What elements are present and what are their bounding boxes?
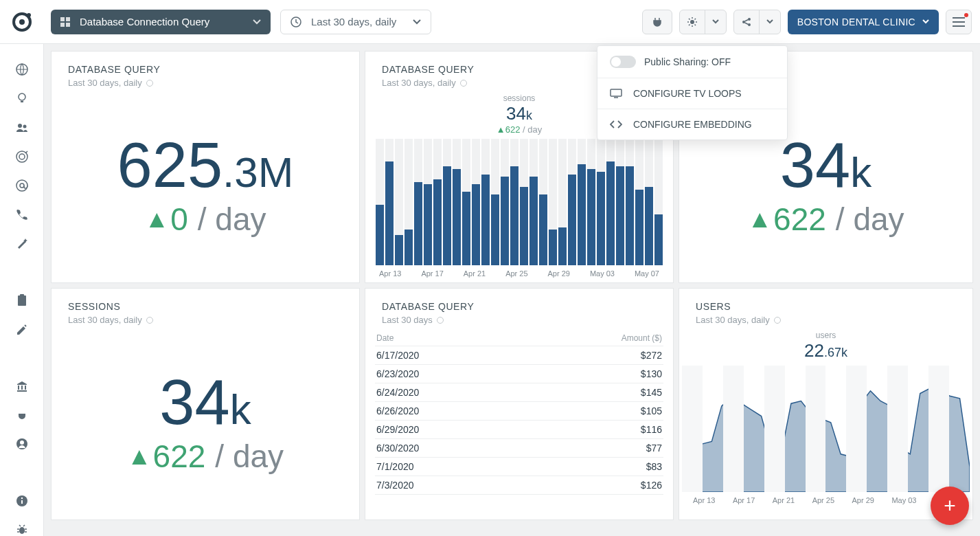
cell-date: 6/23/2020	[376, 368, 419, 379]
card-title: SESSIONS	[68, 301, 343, 312]
caret-down-icon	[253, 19, 261, 25]
svg-point-18	[16, 180, 27, 191]
query-selector-label: Database Connection Query	[80, 16, 253, 27]
summary-suffix: .67k	[824, 346, 847, 359]
theme-button[interactable]	[679, 10, 727, 34]
caret-down-icon	[705, 10, 726, 34]
at-icon[interactable]	[15, 179, 29, 192]
phone-icon[interactable]	[15, 208, 29, 221]
bank-icon[interactable]	[15, 380, 29, 392]
svg-point-23	[20, 440, 24, 445]
kpi-card-1: DATABASE QUERY Last 30 days, daily 625.3…	[51, 51, 360, 283]
code-icon	[610, 120, 625, 129]
svg-rect-21	[20, 294, 24, 297]
svg-rect-6	[66, 23, 70, 27]
share-button[interactable]	[733, 10, 781, 34]
menu-button[interactable]	[946, 10, 972, 34]
svg-rect-28	[611, 89, 622, 96]
lightbulb-icon[interactable]	[15, 92, 29, 104]
hamburger-icon	[953, 17, 965, 27]
table-row: 6/24/2020$145	[375, 383, 663, 402]
plus-icon: +	[944, 494, 956, 517]
clipboard-icon[interactable]	[15, 294, 29, 306]
kpi-delta-unit: / day	[215, 438, 284, 475]
kpi-value: 34	[159, 367, 229, 437]
caret-down-icon	[922, 19, 929, 24]
svg-point-8	[690, 20, 694, 24]
kpi-delta: 622	[773, 201, 826, 238]
toggle-off-icon[interactable]	[610, 56, 636, 68]
dashboard-grid: DATABASE QUERY Last 30 days, daily 625.3…	[44, 44, 980, 536]
cell-amount: $105	[641, 405, 662, 416]
share-icon	[734, 10, 759, 34]
tv-icon	[610, 89, 625, 98]
table-row: 6/17/2020$272	[375, 346, 663, 365]
globe-icon[interactable]	[15, 63, 29, 76]
cell-amount: $77	[646, 443, 662, 454]
cell-date: 6/24/2020	[376, 387, 419, 398]
svg-point-14	[18, 124, 22, 128]
table-row: 6/26/2020$105	[375, 402, 663, 421]
svg-point-15	[23, 124, 26, 128]
plug-icon	[652, 16, 663, 27]
account-icon[interactable]	[15, 438, 29, 450]
caret-down-icon	[413, 19, 421, 25]
col-amount: Amount ($)	[622, 333, 662, 343]
card-subtitle: Last 30 days, daily	[696, 315, 770, 325]
svg-point-13	[19, 93, 25, 100]
table-row: 6/30/2020$77	[375, 439, 663, 458]
plug-icon[interactable]	[15, 409, 29, 421]
area-chart	[682, 366, 970, 492]
card-title: USERS	[696, 301, 956, 312]
info-icon[interactable]	[15, 495, 29, 507]
cell-date: 7/1/2020	[376, 461, 414, 472]
query-selector[interactable]: Database Connection Query	[51, 10, 271, 34]
kpi-value: 34	[780, 130, 850, 200]
svg-rect-25	[21, 500, 23, 504]
card-subtitle: Last 30 days, daily	[68, 315, 142, 325]
date-range-label: Last 30 days, daily	[311, 16, 413, 27]
svg-point-17	[19, 154, 25, 159]
edit-icon[interactable]	[15, 323, 29, 335]
bar-chart	[375, 139, 663, 265]
workspace-selector[interactable]: BOSTON DENTAL CLINIC	[788, 10, 939, 34]
table-row: 6/29/2020$116	[375, 421, 663, 439]
kpi-card-sessions: SESSIONS Last 30 days, daily 34k ▲622/ d…	[51, 288, 360, 520]
svg-rect-20	[18, 295, 26, 306]
wand-icon[interactable]	[15, 237, 29, 249]
cell-amount: $126	[641, 480, 662, 491]
configure-tv-loops-row[interactable]: CONFIGURE TV LOOPS	[597, 78, 787, 109]
status-dot-icon	[146, 80, 153, 87]
summary-value: 34	[506, 103, 526, 124]
date-range-selector[interactable]: Last 30 days, daily	[280, 10, 431, 34]
col-date: Date	[376, 333, 394, 343]
cell-date: 6/26/2020	[376, 405, 419, 416]
kpi-suffix: .3M	[223, 148, 293, 196]
svg-point-11	[748, 23, 751, 26]
caret-down-icon	[760, 10, 780, 34]
area-chart-xaxis: Apr 13Apr 17Apr 21Apr 25Apr 29May 03May …	[689, 496, 963, 504]
target-icon[interactable]	[15, 150, 29, 163]
kpi-delta: 622	[153, 438, 206, 475]
trend-up-icon: ▲	[747, 205, 772, 234]
public-sharing-toggle-row[interactable]: Public Sharing: OFF	[597, 46, 787, 78]
users-icon[interactable]	[15, 121, 29, 133]
cell-date: 6/17/2020	[376, 350, 419, 361]
kpi-delta-unit: / day	[836, 201, 904, 238]
table-row: 7/1/2020$83	[375, 458, 663, 476]
kpi-delta-unit: / day	[198, 201, 266, 238]
svg-rect-4	[66, 17, 70, 21]
cell-date: 6/30/2020	[376, 443, 419, 454]
area-chart-card: USERS Last 30 days, daily users 22.67k A…	[679, 288, 973, 520]
share-dropdown: Public Sharing: OFF CONFIGURE TV LOOPS C…	[597, 45, 788, 140]
table-row: 7/3/2020$126	[375, 476, 663, 495]
cell-amount: $130	[641, 368, 662, 379]
plugin-button[interactable]	[642, 10, 672, 34]
add-fab-button[interactable]: +	[931, 487, 969, 525]
card-title: DATABASE QUERY	[382, 301, 657, 312]
card-title: DATABASE QUERY	[68, 64, 343, 75]
tv-loops-label: CONFIGURE TV LOOPS	[633, 88, 742, 99]
svg-point-2	[27, 13, 31, 17]
bug-icon[interactable]	[15, 524, 29, 536]
configure-embedding-row[interactable]: CONFIGURE EMBEDDING	[597, 109, 787, 139]
